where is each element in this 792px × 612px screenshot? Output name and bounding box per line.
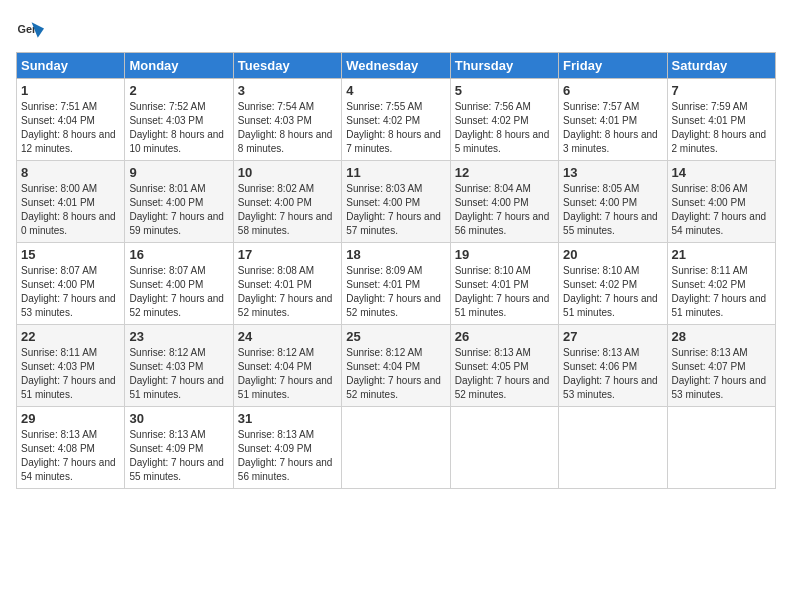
cell-content: Sunrise: 8:13 AM Sunset: 4:08 PM Dayligh… <box>21 428 120 484</box>
cell-content: Sunrise: 7:56 AM Sunset: 4:02 PM Dayligh… <box>455 100 554 156</box>
cell-content: Sunrise: 7:54 AM Sunset: 4:03 PM Dayligh… <box>238 100 337 156</box>
day-number: 9 <box>129 165 228 180</box>
day-number: 11 <box>346 165 445 180</box>
daylight-label: Daylight: 7 hours and 52 minutes. <box>238 292 337 320</box>
sunrise-label: Sunrise: 7:55 AM <box>346 100 445 114</box>
sunrise-label: Sunrise: 7:54 AM <box>238 100 337 114</box>
daylight-label: Daylight: 8 hours and 2 minutes. <box>672 128 771 156</box>
sunset-label: Sunset: 4:01 PM <box>563 114 662 128</box>
sunrise-label: Sunrise: 8:08 AM <box>238 264 337 278</box>
calendar-cell: 26 Sunrise: 8:13 AM Sunset: 4:05 PM Dayl… <box>450 325 558 407</box>
cell-content: Sunrise: 7:52 AM Sunset: 4:03 PM Dayligh… <box>129 100 228 156</box>
sunset-label: Sunset: 4:00 PM <box>129 196 228 210</box>
sunset-label: Sunset: 4:02 PM <box>563 278 662 292</box>
daylight-label: Daylight: 8 hours and 5 minutes. <box>455 128 554 156</box>
sunset-label: Sunset: 4:02 PM <box>455 114 554 128</box>
calendar-cell: 23 Sunrise: 8:12 AM Sunset: 4:03 PM Dayl… <box>125 325 233 407</box>
calendar-table: SundayMondayTuesdayWednesdayThursdayFrid… <box>16 52 776 489</box>
cell-content: Sunrise: 8:13 AM Sunset: 4:07 PM Dayligh… <box>672 346 771 402</box>
sunrise-label: Sunrise: 8:10 AM <box>455 264 554 278</box>
calendar-cell: 9 Sunrise: 8:01 AM Sunset: 4:00 PM Dayli… <box>125 161 233 243</box>
daylight-label: Daylight: 7 hours and 52 minutes. <box>129 292 228 320</box>
sunrise-label: Sunrise: 8:12 AM <box>238 346 337 360</box>
calendar-cell: 17 Sunrise: 8:08 AM Sunset: 4:01 PM Dayl… <box>233 243 341 325</box>
sunrise-label: Sunrise: 8:13 AM <box>672 346 771 360</box>
calendar-week-1: 1 Sunrise: 7:51 AM Sunset: 4:04 PM Dayli… <box>17 79 776 161</box>
calendar-week-4: 22 Sunrise: 8:11 AM Sunset: 4:03 PM Dayl… <box>17 325 776 407</box>
daylight-label: Daylight: 7 hours and 53 minutes. <box>563 374 662 402</box>
sunset-label: Sunset: 4:08 PM <box>21 442 120 456</box>
sunset-label: Sunset: 4:09 PM <box>238 442 337 456</box>
day-number: 5 <box>455 83 554 98</box>
daylight-label: Daylight: 7 hours and 57 minutes. <box>346 210 445 238</box>
daylight-label: Daylight: 7 hours and 51 minutes. <box>672 292 771 320</box>
sunrise-label: Sunrise: 8:09 AM <box>346 264 445 278</box>
sunset-label: Sunset: 4:01 PM <box>346 278 445 292</box>
daylight-label: Daylight: 7 hours and 51 minutes. <box>563 292 662 320</box>
calendar-week-5: 29 Sunrise: 8:13 AM Sunset: 4:08 PM Dayl… <box>17 407 776 489</box>
calendar-cell <box>450 407 558 489</box>
sunrise-label: Sunrise: 8:02 AM <box>238 182 337 196</box>
sunrise-label: Sunrise: 8:00 AM <box>21 182 120 196</box>
daylight-label: Daylight: 7 hours and 53 minutes. <box>672 374 771 402</box>
daylight-label: Daylight: 7 hours and 55 minutes. <box>129 456 228 484</box>
sunrise-label: Sunrise: 8:01 AM <box>129 182 228 196</box>
sunrise-label: Sunrise: 8:13 AM <box>563 346 662 360</box>
calendar-cell: 3 Sunrise: 7:54 AM Sunset: 4:03 PM Dayli… <box>233 79 341 161</box>
day-number: 23 <box>129 329 228 344</box>
cell-content: Sunrise: 7:55 AM Sunset: 4:02 PM Dayligh… <box>346 100 445 156</box>
cell-content: Sunrise: 7:51 AM Sunset: 4:04 PM Dayligh… <box>21 100 120 156</box>
calendar-cell: 29 Sunrise: 8:13 AM Sunset: 4:08 PM Dayl… <box>17 407 125 489</box>
daylight-label: Daylight: 8 hours and 0 minutes. <box>21 210 120 238</box>
daylight-label: Daylight: 7 hours and 53 minutes. <box>21 292 120 320</box>
page-header: Gen <box>16 16 776 44</box>
sunset-label: Sunset: 4:03 PM <box>21 360 120 374</box>
day-number: 25 <box>346 329 445 344</box>
calendar-cell: 11 Sunrise: 8:03 AM Sunset: 4:00 PM Dayl… <box>342 161 450 243</box>
sunrise-label: Sunrise: 8:13 AM <box>455 346 554 360</box>
cell-content: Sunrise: 8:11 AM Sunset: 4:03 PM Dayligh… <box>21 346 120 402</box>
cell-content: Sunrise: 8:04 AM Sunset: 4:00 PM Dayligh… <box>455 182 554 238</box>
sunrise-label: Sunrise: 7:51 AM <box>21 100 120 114</box>
sunrise-label: Sunrise: 8:07 AM <box>129 264 228 278</box>
calendar-cell: 7 Sunrise: 7:59 AM Sunset: 4:01 PM Dayli… <box>667 79 775 161</box>
sunset-label: Sunset: 4:01 PM <box>238 278 337 292</box>
calendar-cell: 2 Sunrise: 7:52 AM Sunset: 4:03 PM Dayli… <box>125 79 233 161</box>
day-number: 1 <box>21 83 120 98</box>
sunset-label: Sunset: 4:03 PM <box>129 114 228 128</box>
sunrise-label: Sunrise: 8:11 AM <box>21 346 120 360</box>
logo-icon: Gen <box>16 16 44 44</box>
sunrise-label: Sunrise: 8:05 AM <box>563 182 662 196</box>
cell-content: Sunrise: 7:59 AM Sunset: 4:01 PM Dayligh… <box>672 100 771 156</box>
cell-content: Sunrise: 8:13 AM Sunset: 4:05 PM Dayligh… <box>455 346 554 402</box>
sunset-label: Sunset: 4:01 PM <box>21 196 120 210</box>
daylight-label: Daylight: 7 hours and 56 minutes. <box>455 210 554 238</box>
calendar-cell: 30 Sunrise: 8:13 AM Sunset: 4:09 PM Dayl… <box>125 407 233 489</box>
sunset-label: Sunset: 4:03 PM <box>238 114 337 128</box>
sunset-label: Sunset: 4:09 PM <box>129 442 228 456</box>
day-number: 12 <box>455 165 554 180</box>
daylight-label: Daylight: 7 hours and 52 minutes. <box>455 374 554 402</box>
calendar-cell: 1 Sunrise: 7:51 AM Sunset: 4:04 PM Dayli… <box>17 79 125 161</box>
sunset-label: Sunset: 4:03 PM <box>129 360 228 374</box>
cell-content: Sunrise: 8:06 AM Sunset: 4:00 PM Dayligh… <box>672 182 771 238</box>
cell-content: Sunrise: 8:13 AM Sunset: 4:09 PM Dayligh… <box>238 428 337 484</box>
daylight-label: Daylight: 7 hours and 51 minutes. <box>21 374 120 402</box>
cell-content: Sunrise: 8:10 AM Sunset: 4:01 PM Dayligh… <box>455 264 554 320</box>
calendar-cell <box>667 407 775 489</box>
calendar-cell <box>559 407 667 489</box>
sunset-label: Sunset: 4:02 PM <box>346 114 445 128</box>
sunset-label: Sunset: 4:04 PM <box>238 360 337 374</box>
day-number: 27 <box>563 329 662 344</box>
calendar-cell: 10 Sunrise: 8:02 AM Sunset: 4:00 PM Dayl… <box>233 161 341 243</box>
calendar-cell: 24 Sunrise: 8:12 AM Sunset: 4:04 PM Dayl… <box>233 325 341 407</box>
day-number: 24 <box>238 329 337 344</box>
sunrise-label: Sunrise: 8:10 AM <box>563 264 662 278</box>
calendar-cell: 19 Sunrise: 8:10 AM Sunset: 4:01 PM Dayl… <box>450 243 558 325</box>
sunset-label: Sunset: 4:06 PM <box>563 360 662 374</box>
sunrise-label: Sunrise: 8:07 AM <box>21 264 120 278</box>
calendar-cell: 27 Sunrise: 8:13 AM Sunset: 4:06 PM Dayl… <box>559 325 667 407</box>
cell-content: Sunrise: 8:03 AM Sunset: 4:00 PM Dayligh… <box>346 182 445 238</box>
day-number: 21 <box>672 247 771 262</box>
calendar-cell: 12 Sunrise: 8:04 AM Sunset: 4:00 PM Dayl… <box>450 161 558 243</box>
